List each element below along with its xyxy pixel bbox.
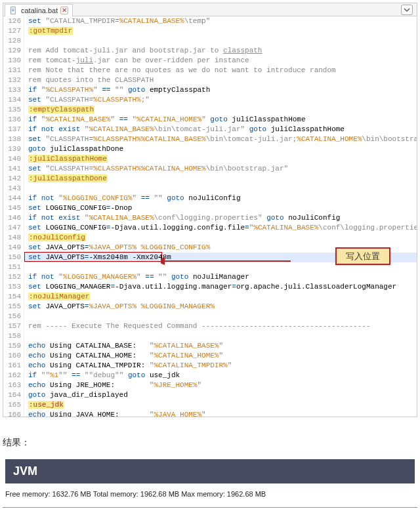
toolbar-menu-button[interactable] [401,5,413,15]
line-number: 157 [3,321,21,331]
code-line[interactable]: rem ----- Execute The Requested Command … [28,321,417,331]
jvm-stats: Free memory: 1632.76 MB Total memory: 19… [3,486,417,502]
code-line[interactable]: if not exist "%CATALINA_BASE%\conf\loggi… [28,213,417,223]
code-lines[interactable]: set "CATALINA_TMPDIR=%CATALINA_BASE%\tem… [24,16,417,417]
line-number: 162 [3,371,21,380]
line-number: 126 [3,16,21,26]
code-line[interactable]: rem tomcat-juli.jar can be over-ridden p… [28,56,417,66]
line-number: 164 [3,390,21,400]
line-number: 153 [3,282,21,292]
line-number: 154 [3,292,21,302]
line-number: 134 [3,95,21,105]
code-line[interactable]: :noJuliConfig [28,233,417,243]
line-number: 146 [3,213,21,223]
line-number: 150 [3,253,21,262]
jvm-title-bar: JVM [5,459,415,483]
code-line[interactable]: set LOGGING_CONFIG=-Dnop [28,203,417,213]
tab-label: catalina.bat [21,7,58,14]
line-number: 161 [3,361,21,371]
line-number: 156 [3,312,21,321]
line-number: 143 [3,184,21,194]
code-line[interactable]: if "%CATALINA_BASE%" == "%CATALINA_HOME%… [28,115,417,125]
code-line[interactable]: set "CLASSPATH=%CLASSPATH%%CATALINA_HOME… [28,164,417,174]
code-line[interactable]: if "%CLASSPATH%" == "" goto emptyClasspa… [28,85,417,95]
line-number: 130 [3,56,21,66]
callout-box: 写入位置 [335,247,390,265]
code-line[interactable] [28,331,417,341]
code-line[interactable]: echo Using CATALINA_TMPDIR: "%CATALINA_T… [28,361,417,371]
code-line[interactable]: if not exist "%CATALINA_BASE%\bin\tomcat… [28,125,417,134]
code-line[interactable]: :gotTmpdir [28,26,417,36]
line-number: 135 [3,105,21,115]
code-line[interactable]: set LOGGING_CONFIG=-Djava.util.logging.c… [28,223,417,233]
code-line[interactable]: set "CLASSPATH=%CLASSPATH%%CATALINA_BASE… [28,134,417,144]
line-number: 145 [3,203,21,213]
line-number: 149 [3,243,21,253]
code-line[interactable]: rem quotes into the CLASSPATH [28,75,417,85]
tab-bar: catalina.bat ✕ [3,3,417,16]
line-number: 163 [3,380,21,390]
code-line[interactable]: set "CATALINA_TMPDIR=%CATALINA_BASE%\tem… [28,16,417,26]
result-label: 结果： [3,437,417,449]
line-number: 139 [3,144,21,154]
editor-window: catalina.bat ✕ 1261271281291301311321331… [3,3,417,417]
code-line[interactable]: rem Add tomcat-juli.jar and bootstrap.ja… [28,46,417,56]
code-area[interactable]: 1261271281291301311321331341351361371381… [3,16,417,417]
below-section: 结果： JVM Free memory: 1632.76 MB Total me… [3,437,417,502]
code-line[interactable]: echo Using CATALINA_BASE: "%CATALINA_BAS… [28,341,417,351]
code-line[interactable]: goto java_dir_displayed [28,390,417,400]
line-number: 144 [3,194,21,203]
code-line[interactable]: echo Using JAVA_HOME: "%JAVA_HOME%" [28,410,417,417]
close-icon[interactable]: ✕ [60,7,68,14]
line-number: 138 [3,134,21,144]
line-number: 136 [3,115,21,125]
chevron-down-icon [404,7,410,13]
line-number: 140 [3,154,21,164]
code-line[interactable]: :use_jdk [28,400,417,410]
line-number: 131 [3,66,21,75]
line-number: 128 [3,36,21,46]
line-number: 132 [3,75,21,85]
line-number: 158 [3,331,21,341]
line-number: 165 [3,400,21,410]
code-line[interactable]: set LOGGING_MANAGER=-Djava.util.logging.… [28,282,417,292]
code-line[interactable] [28,184,417,194]
line-number: 151 [3,262,21,272]
code-line[interactable]: :noJuliManager [28,292,417,302]
code-line[interactable]: set JAVA_OPTS=%JAVA_OPTS% %LOGGING_MANAG… [28,302,417,312]
line-number: 148 [3,233,21,243]
code-line[interactable]: :juliClasspathHome [28,154,417,164]
line-number: 160 [3,351,21,361]
line-number: 127 [3,26,21,36]
line-number: 166 [3,410,21,417]
callout-label: 写入位置 [335,247,390,265]
line-number: 147 [3,223,21,233]
line-number: 129 [3,46,21,56]
line-number: 133 [3,85,21,95]
line-number: 142 [3,174,21,184]
code-line[interactable]: echo Using CATALINA_HOME: "%CATALINA_HOM… [28,351,417,361]
code-line[interactable]: if ""%1"" == ""debug"" goto use_jdk [28,371,417,380]
code-line[interactable]: set "CLASSPATH=%CLASSPATH%;" [28,95,417,105]
divider [3,507,417,508]
line-number: 141 [3,164,21,174]
line-number: 159 [3,341,21,351]
code-line[interactable] [28,36,417,46]
code-line[interactable]: goto juliClasspathDone [28,144,417,154]
file-icon [9,6,18,15]
code-line[interactable]: if not "%LOGGING_CONFIG%" == "" goto noJ… [28,194,417,203]
code-line[interactable]: rem Note that there are no quotes as we … [28,66,417,75]
code-line[interactable]: :juliClasspathDone [28,174,417,184]
arrow-icon [161,256,292,272]
tab-catalina-bat[interactable]: catalina.bat ✕ [5,4,73,16]
code-line[interactable]: echo Using JRE_HOME: "%JRE_HOME%" [28,380,417,390]
svg-rect-0 [11,7,16,14]
code-line[interactable] [28,312,417,321]
line-number: 137 [3,125,21,134]
code-line[interactable]: if not "%LOGGING_MANAGER%" == "" goto no… [28,272,417,282]
line-number: 155 [3,302,21,312]
line-number-gutter: 1261271281291301311321331341351361371381… [3,16,24,417]
code-line[interactable]: :emptyClasspath [28,105,417,115]
line-number: 152 [3,272,21,282]
